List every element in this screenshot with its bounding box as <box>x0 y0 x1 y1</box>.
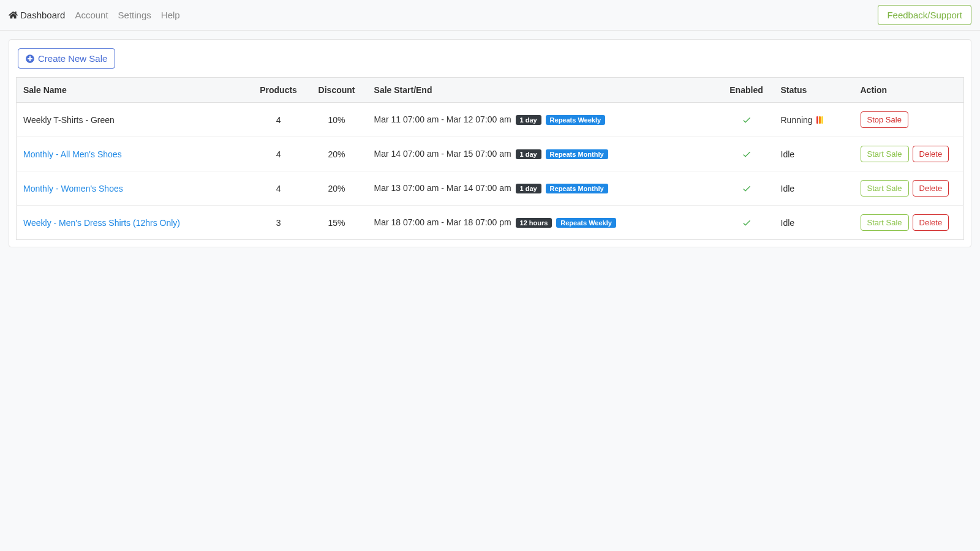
topbar: Dashboard Account Settings Help Feedback… <box>0 0 980 31</box>
cell-start-end: Mar 14 07:00 am - Mar 15 07:00 am 1 day … <box>368 137 719 171</box>
date-range-text: Mar 18 07:00 am - Mar 18 07:00 pm <box>374 217 511 227</box>
check-icon <box>726 149 767 159</box>
cell-sale-name: Weekly T-Shirts - Green <box>17 103 251 137</box>
start-sale-button[interactable]: Start Sale <box>861 214 909 231</box>
delete-button[interactable]: Delete <box>913 180 949 197</box>
sale-name-link[interactable]: Weekly - Men's Dress Shirts (12hrs Only) <box>23 218 180 228</box>
col-sale-name: Sale Name <box>17 78 251 103</box>
plus-circle-icon <box>26 54 34 63</box>
delete-button[interactable]: Delete <box>913 146 949 162</box>
nav-account-label: Account <box>75 10 108 20</box>
cell-action: Start SaleDelete <box>854 137 964 171</box>
panel-header: Create New Sale <box>9 40 971 77</box>
col-discount: Discount <box>306 78 368 103</box>
table-header-row: Sale Name Products Discount Sale Start/E… <box>17 78 964 103</box>
cell-discount: 15% <box>306 206 368 240</box>
duration-badge: 1 day <box>516 184 541 193</box>
nav-dashboard[interactable]: Dashboard <box>9 10 65 20</box>
cell-sale-name: Monthly - All Men's Shoes <box>17 137 251 171</box>
status-text: Idle <box>781 184 795 193</box>
repeat-badge: Repeats Weekly <box>556 218 616 228</box>
table-row: Monthly - All Men's Shoes420%Mar 14 07:0… <box>17 137 964 171</box>
nav-help-label: Help <box>161 10 180 20</box>
table-row: Weekly - Men's Dress Shirts (12hrs Only)… <box>17 206 964 240</box>
cell-enabled <box>719 137 774 171</box>
date-range-text: Mar 13 07:00 am - Mar 14 07:00 am <box>374 183 511 193</box>
start-sale-button[interactable]: Start Sale <box>861 180 909 197</box>
nav-settings-label: Settings <box>118 10 151 20</box>
cell-products: 4 <box>251 137 306 171</box>
cell-action: Start SaleDelete <box>854 206 964 240</box>
table-row: Weekly T-Shirts - Green410%Mar 11 07:00 … <box>17 103 964 137</box>
delete-button[interactable]: Delete <box>913 214 949 231</box>
check-icon <box>726 218 767 228</box>
duration-badge: 1 day <box>516 115 541 125</box>
cell-action: Stop Sale <box>854 103 964 137</box>
cell-products: 4 <box>251 103 306 137</box>
col-enabled: Enabled <box>719 78 774 103</box>
duration-badge: 12 hours <box>516 218 552 228</box>
feedback-support-button[interactable]: Feedback/Support <box>878 5 971 25</box>
status-text: Idle <box>781 149 795 159</box>
duration-badge: 1 day <box>516 149 541 159</box>
cell-action: Start SaleDelete <box>854 171 964 206</box>
repeat-badge: Repeats Monthly <box>546 149 608 159</box>
cell-enabled <box>719 206 774 240</box>
repeat-badge: Repeats Monthly <box>546 184 608 193</box>
date-range-text: Mar 14 07:00 am - Mar 15 07:00 am <box>374 149 511 159</box>
col-products: Products <box>251 78 306 103</box>
check-icon <box>726 115 767 125</box>
check-icon <box>726 184 767 193</box>
cell-status: Idle <box>774 137 854 171</box>
cell-status: Idle <box>774 206 854 240</box>
cell-status: Running <box>774 103 854 137</box>
sale-name-link[interactable]: Monthly - Women's Shoes <box>23 184 123 193</box>
cell-start-end: Mar 18 07:00 am - Mar 18 07:00 pm 12 hou… <box>368 206 719 240</box>
stop-sale-button[interactable]: Stop Sale <box>861 111 908 128</box>
cell-sale-name: Weekly - Men's Dress Shirts (12hrs Only) <box>17 206 251 240</box>
cell-status: Idle <box>774 171 854 206</box>
status-text: Idle <box>781 218 795 228</box>
sales-panel: Create New Sale Sale Name Products Disco… <box>9 39 971 247</box>
create-new-sale-button[interactable]: Create New Sale <box>18 48 115 69</box>
sale-name-link[interactable]: Monthly - All Men's Shoes <box>23 149 122 159</box>
start-sale-button[interactable]: Start Sale <box>861 146 909 162</box>
cell-enabled <box>719 171 774 206</box>
table-row: Monthly - Women's Shoes420%Mar 13 07:00 … <box>17 171 964 206</box>
main-nav: Dashboard Account Settings Help <box>9 10 180 20</box>
nav-dashboard-label: Dashboard <box>20 10 65 20</box>
running-spinner-icon <box>816 116 823 124</box>
nav-account[interactable]: Account <box>75 10 108 20</box>
cell-products: 4 <box>251 171 306 206</box>
create-new-sale-label: Create New Sale <box>38 53 107 64</box>
sales-table: Sale Name Products Discount Sale Start/E… <box>16 77 964 240</box>
cell-start-end: Mar 11 07:00 am - Mar 12 07:00 am 1 day … <box>368 103 719 137</box>
cell-discount: 20% <box>306 171 368 206</box>
col-action: Action <box>854 78 964 103</box>
cell-discount: 10% <box>306 103 368 137</box>
cell-start-end: Mar 13 07:00 am - Mar 14 07:00 am 1 day … <box>368 171 719 206</box>
cell-enabled <box>719 103 774 137</box>
status-text: Running <box>781 115 813 125</box>
repeat-badge: Repeats Weekly <box>546 115 606 125</box>
sale-name-text: Weekly T-Shirts - Green <box>23 115 115 125</box>
col-status: Status <box>774 78 854 103</box>
cell-discount: 20% <box>306 137 368 171</box>
nav-help[interactable]: Help <box>161 10 180 20</box>
cell-products: 3 <box>251 206 306 240</box>
col-start-end: Sale Start/End <box>368 78 719 103</box>
home-icon <box>9 10 18 20</box>
cell-sale-name: Monthly - Women's Shoes <box>17 171 251 206</box>
nav-settings[interactable]: Settings <box>118 10 151 20</box>
date-range-text: Mar 11 07:00 am - Mar 12 07:00 am <box>374 114 511 124</box>
